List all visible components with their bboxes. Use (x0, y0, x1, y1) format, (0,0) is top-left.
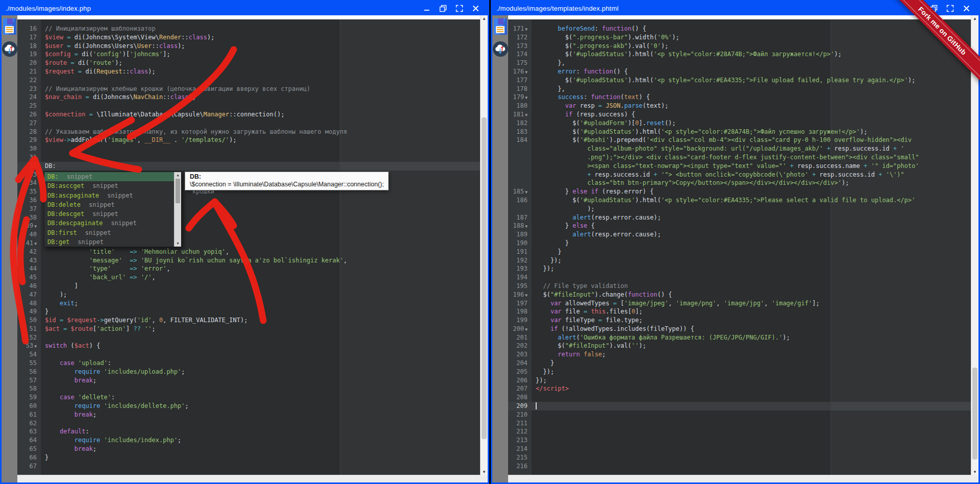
line-number[interactable]: 41▼ (17, 239, 41, 248)
code-line[interactable]: class="btn btn-primary">Copy</button></s… (508, 179, 978, 187)
autocomplete-item[interactable]: DB:descpaginatesnippet (44, 219, 181, 228)
line-number[interactable]: 29 (17, 136, 41, 144)
line-number[interactable]: 60 (17, 402, 41, 410)
scroll-up-icon[interactable]: ▲ (971, 15, 978, 22)
code-line[interactable]: 182 $('#uploadForm')[0].reset(); (508, 119, 978, 128)
code-line[interactable]: 208 (508, 393, 978, 402)
code-line[interactable]: 58 (17, 384, 488, 393)
line-number[interactable]: 176▼ (508, 67, 532, 76)
code-line[interactable]: 60 require 'includes/dellete.php'; (17, 402, 488, 410)
line-number[interactable]: 56 (17, 368, 41, 376)
code-line[interactable]: 183 $('#uploadStatus').html('<p style="c… (508, 128, 978, 136)
code-line[interactable]: ><span class="text-nowrap"><input type="… (508, 162, 978, 171)
code-line[interactable]: 210 (508, 410, 978, 419)
code-line[interactable]: 194 (508, 273, 978, 282)
line-number[interactable]: 35 (17, 187, 41, 196)
autocomplete-item[interactable]: DB:snippet (44, 172, 181, 181)
line-number[interactable]: 52 (17, 333, 41, 342)
line-number[interactable]: 20 (17, 59, 41, 67)
popup-scroll-up-icon[interactable]: ▲ (174, 172, 181, 178)
line-number[interactable]: 64 (17, 436, 41, 445)
code-line[interactable]: 172 $(".progress-bar").width('0%'); (508, 33, 978, 42)
line-number[interactable]: 54 (17, 350, 41, 359)
code-line[interactable]: 204 } (508, 359, 978, 368)
code-line[interactable]: 61 break; (17, 410, 488, 419)
code-line[interactable]: 46 ] (17, 282, 488, 291)
line-number[interactable]: 172 (508, 33, 532, 42)
line-number[interactable]: 198 (508, 307, 532, 316)
line-number[interactable] (508, 162, 532, 171)
code-line[interactable]: 50$id = $request->getQuery('id', 0, FILT… (17, 316, 488, 325)
code-line[interactable]: 51$act = $route['action'] ?? ''; (17, 325, 488, 333)
line-number[interactable]: 47 (17, 291, 41, 299)
code-line[interactable]: 54 (17, 350, 488, 359)
line-number[interactable] (508, 171, 532, 179)
code-line[interactable]: 202 $("#fileInput").val(''); (508, 342, 978, 350)
close-button[interactable] (471, 5, 480, 13)
fold-icon[interactable]: ▼ (525, 27, 527, 32)
fold-icon[interactable]: ▼ (525, 224, 527, 229)
line-number[interactable]: 32 (17, 162, 41, 171)
vertical-scrollbar[interactable]: ▲ ▼ (971, 15, 978, 475)
code-line[interactable]: 18$user = di(Johncms\Users\User::class); (17, 42, 488, 51)
code-line[interactable]: 214 (508, 445, 978, 453)
line-number[interactable]: 50 (17, 316, 41, 325)
line-number[interactable]: 49 (17, 307, 41, 316)
code-line[interactable]: 26$connection = \Illuminate\Database\Cap… (17, 110, 488, 119)
line-number[interactable]: 67 (17, 462, 41, 471)
line-number[interactable]: 187 (508, 213, 532, 222)
line-number[interactable] (508, 144, 532, 153)
code-line[interactable]: 193 }); (508, 264, 978, 273)
line-number[interactable]: 53▼ (17, 342, 41, 350)
line-number[interactable]: 174 (508, 50, 532, 59)
scrollbar-thumb[interactable] (972, 368, 977, 459)
autocomplete-item[interactable]: DB:getsnippet (44, 237, 181, 247)
code-line[interactable]: 177 $('#uploadStatus').html('<p style="c… (508, 76, 978, 85)
fold-icon[interactable]: ▼ (525, 327, 527, 332)
code-line[interactable]: 62 (17, 419, 488, 428)
line-number[interactable]: 209 (508, 402, 532, 410)
line-number[interactable]: 24 (17, 93, 41, 102)
code-line[interactable]: 211 (508, 419, 978, 428)
fold-icon[interactable]: ▼ (525, 70, 527, 75)
horizontal-scrollbar[interactable] (508, 475, 978, 482)
line-number[interactable]: 201 (508, 333, 532, 342)
line-number[interactable]: 212 (508, 427, 532, 436)
autocomplete-popup[interactable]: DB:snippetDB:asccgetsnippetDB:ascpaginat… (44, 172, 182, 247)
code-line[interactable]: 48 exit; (17, 299, 488, 308)
line-number[interactable]: 189 (508, 230, 532, 239)
code-line[interactable]: 175 }, (508, 59, 978, 67)
line-number[interactable]: 214 (508, 445, 532, 453)
line-number[interactable]: 208 (508, 393, 532, 402)
code-line[interactable]: 44 'type' => 'error', (17, 264, 488, 273)
popup-scroll-down-icon[interactable]: ▼ (174, 240, 181, 247)
line-number[interactable]: 215 (508, 453, 532, 462)
code-line[interactable]: 57 break; (17, 376, 488, 385)
code-line[interactable]: 21$request = di(Request::class); (17, 67, 488, 76)
vertical-scrollbar[interactable]: ▲ ▼ (480, 15, 488, 475)
fullscreen-button[interactable] (455, 5, 463, 13)
code-line[interactable]: 173 $(".progress-akb").val('0'); (508, 42, 978, 51)
code-line[interactable]: 64 require 'includes/index.php'; (17, 436, 488, 445)
code-line[interactable]: 43 'message' => 'BU joyni ko`rish uchun … (17, 256, 488, 265)
line-number[interactable]: 194 (508, 273, 532, 282)
restore-button[interactable] (439, 5, 447, 13)
line-number[interactable]: 206 (508, 376, 532, 385)
line-number[interactable]: 44 (17, 264, 41, 273)
line-number[interactable]: 171▼ (508, 25, 532, 33)
fold-icon[interactable]: ▼ (34, 224, 37, 229)
line-number[interactable]: 55 (17, 359, 41, 368)
code-line[interactable]: 67 (17, 462, 488, 471)
line-number[interactable]: 192 (508, 256, 532, 265)
code-editor[interactable]: 171▼ beforeSend: function() {172 $(".pro… (508, 19, 978, 475)
line-number[interactable]: 178 (508, 85, 532, 93)
code-line[interactable]: class="album-photo" style="background: u… (508, 144, 978, 153)
line-number[interactable]: 17 (17, 33, 41, 42)
fold-icon[interactable]: ▼ (34, 344, 37, 349)
line-number[interactable]: 195 (508, 282, 532, 291)
line-number[interactable]: 191 (508, 248, 532, 256)
code-line[interactable]: 205 }); (508, 368, 978, 376)
code-line[interactable]: 30 (17, 144, 488, 153)
code-line[interactable]: 188▼ } else { (508, 222, 978, 230)
code-line[interactable]: 22 (17, 76, 488, 85)
